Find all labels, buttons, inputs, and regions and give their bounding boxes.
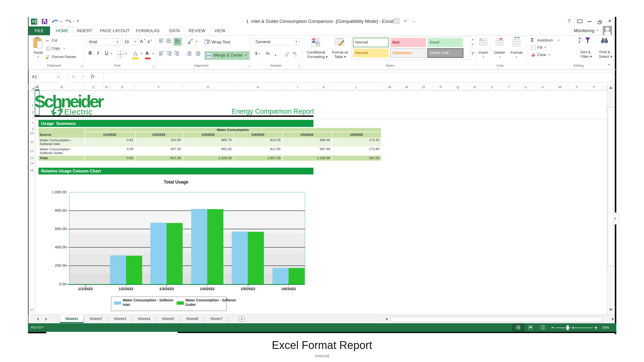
svg-text:ab: ab <box>187 41 191 45</box>
